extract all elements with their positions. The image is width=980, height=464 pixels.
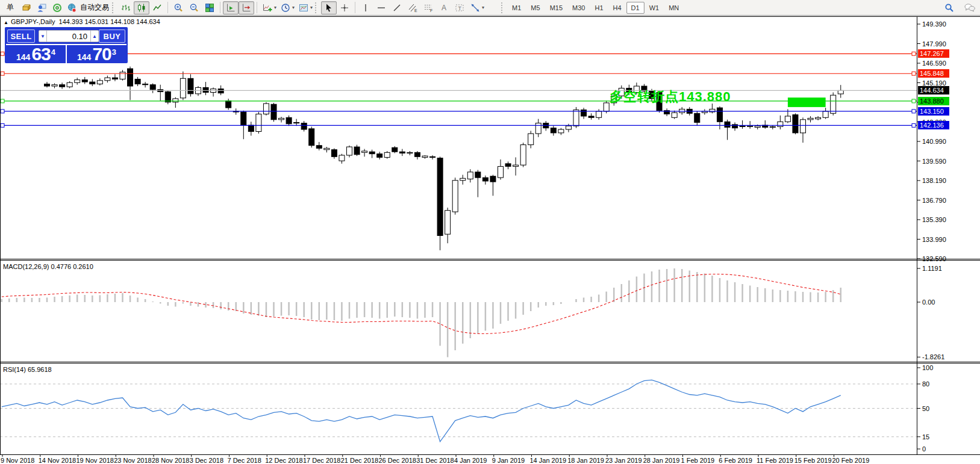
vertical-line-tool-button[interactable] <box>358 1 373 14</box>
candle-bullish <box>823 111 828 117</box>
date-label: 4 Jan 2019 <box>454 457 487 464</box>
toolbar-grip[interactable] <box>112 2 116 13</box>
candle-chart-mode-button[interactable] <box>134 1 149 14</box>
candle-bullish <box>528 134 534 145</box>
candle-bullish <box>105 78 110 81</box>
horizontal-line-tool-button[interactable] <box>373 1 389 14</box>
text-tool-button[interactable]: A <box>436 1 452 14</box>
indicators-button[interactable] <box>260 1 275 14</box>
candlestick-chart-icon <box>137 3 146 13</box>
candle-bearish <box>143 84 148 85</box>
candle-bearish <box>60 85 65 87</box>
candle-bullish <box>445 211 451 234</box>
collapse-icon[interactable]: ▲ <box>4 20 8 25</box>
zoom-in-button[interactable] <box>170 1 186 14</box>
line-right-marker <box>912 123 916 127</box>
radar-icon <box>52 3 62 13</box>
crosshair-tool-button[interactable] <box>337 1 352 14</box>
price-tick-label: 147.990 <box>922 40 946 48</box>
pivot-annotation-text: 多空转折点143.880 <box>610 88 731 106</box>
timeframe-button-H4[interactable]: H4 <box>608 2 626 14</box>
toolbar-separator <box>355 2 355 13</box>
timeframe-button-W1[interactable]: W1 <box>644 2 664 14</box>
trendline-tool-button[interactable] <box>389 1 405 14</box>
periods-button[interactable] <box>278 1 293 14</box>
buy-price-display[interactable]: 144 70 3 <box>67 45 126 63</box>
periods-dropdown-arrow[interactable]: ▾ <box>292 5 295 10</box>
new-order-button[interactable]: 单 <box>2 1 18 14</box>
timeframe-toolbar: M1M5M15M30H1H4D1W1MN <box>507 2 684 14</box>
toolbar-grip[interactable] <box>501 2 505 13</box>
date-label: 9 Nov 2018 <box>1 457 34 464</box>
price-tick-label: 133.990 <box>922 236 946 243</box>
candle-bullish <box>67 82 72 87</box>
chart-shift-icon <box>242 3 251 13</box>
candle-bearish <box>135 79 140 84</box>
auto-scroll-button[interactable] <box>223 1 239 14</box>
toolbar-grip[interactable] <box>315 2 319 13</box>
candle-bullish <box>535 123 541 134</box>
candle-bullish <box>52 85 57 86</box>
ohlc-values: 144.393 145.031 144.108 144.634 <box>59 18 160 25</box>
price-badge: 142.136 <box>918 121 949 129</box>
candle-bullish <box>513 165 519 166</box>
label-tool-button[interactable]: T <box>452 1 467 14</box>
trade-terminal-button[interactable] <box>34 1 49 14</box>
line-chart-mode-button[interactable] <box>149 1 165 14</box>
volume-increase-button[interactable]: ▲ <box>90 30 99 42</box>
autotrade-label[interactable]: 自动交易 <box>78 2 111 13</box>
search-button[interactable] <box>941 1 957 14</box>
arrows-dropdown-arrow[interactable]: ▾ <box>482 5 484 10</box>
date-label: 14 Nov 2018 <box>39 457 76 464</box>
sell-button[interactable]: SELL <box>7 29 35 43</box>
market-watch-icon[interactable] <box>18 1 34 14</box>
line-left-marker <box>1 52 4 55</box>
candle-bullish <box>180 78 186 98</box>
templates-dropdown-arrow[interactable]: ▾ <box>310 5 313 10</box>
timeframe-button-M5[interactable]: M5 <box>526 2 545 14</box>
fibonacci-tool-button[interactable]: F <box>420 1 436 14</box>
sell-price-display[interactable]: 144 63 4 <box>6 45 67 63</box>
candle-bullish <box>755 126 760 127</box>
svg-text:F: F <box>430 8 432 13</box>
chart-shift-button[interactable] <box>239 1 254 14</box>
volume-decrease-button[interactable]: ▼ <box>39 30 47 42</box>
chat-button[interactable] <box>962 1 978 14</box>
timeframe-button-M15[interactable]: M15 <box>545 2 567 14</box>
timeframe-button-M30[interactable]: M30 <box>567 2 590 14</box>
price-tick-label: 139.590 <box>922 158 946 165</box>
volume-input[interactable]: 0.10 <box>47 30 90 42</box>
date-label: 1 Feb 2019 <box>681 457 715 464</box>
timeframe-button-H1[interactable]: H1 <box>590 2 608 14</box>
date-label: 3 Dec 2018 <box>190 457 223 464</box>
timeframe-button-D1[interactable]: D1 <box>626 2 644 14</box>
templates-button[interactable] <box>296 1 311 14</box>
symbol-period-label: GBPJPY-,Daily <box>11 18 55 25</box>
macd-tick-label: 1.1191 <box>922 265 942 272</box>
candle-bearish <box>241 112 246 125</box>
arrows-tool-button[interactable] <box>467 1 483 14</box>
zoom-out-button[interactable] <box>186 1 202 14</box>
buy-price-base: 144 <box>77 52 91 62</box>
bar-chart-mode-button[interactable] <box>118 1 134 14</box>
date-label: 12 Dec 2018 <box>265 457 302 464</box>
candle-bullish <box>801 120 806 133</box>
strategy-tester-button[interactable] <box>49 1 65 14</box>
timeframe-button-MN[interactable]: MN <box>664 2 684 14</box>
indicators-dropdown-arrow[interactable]: ▾ <box>274 5 276 10</box>
chart-canvas[interactable] <box>0 16 980 464</box>
sell-price-sup: 4 <box>51 48 55 57</box>
candle-bearish <box>90 82 95 84</box>
buy-button[interactable]: BUY <box>99 29 125 43</box>
autotrade-button[interactable] <box>65 1 78 14</box>
cursor-tool-button[interactable] <box>321 1 337 14</box>
candle-bullish <box>838 90 843 94</box>
candle-bearish <box>248 125 254 131</box>
candle-bearish <box>437 158 443 236</box>
chart-window[interactable]: ▲GBPJPY-,Daily 144.393 145.031 144.108 1… <box>0 16 980 464</box>
equidistant-channel-icon: E <box>408 3 417 13</box>
timeframe-button-M1[interactable]: M1 <box>507 2 526 14</box>
candle-bearish <box>203 87 208 92</box>
tile-windows-button[interactable] <box>202 1 217 14</box>
channel-tool-button[interactable]: E <box>405 1 420 14</box>
